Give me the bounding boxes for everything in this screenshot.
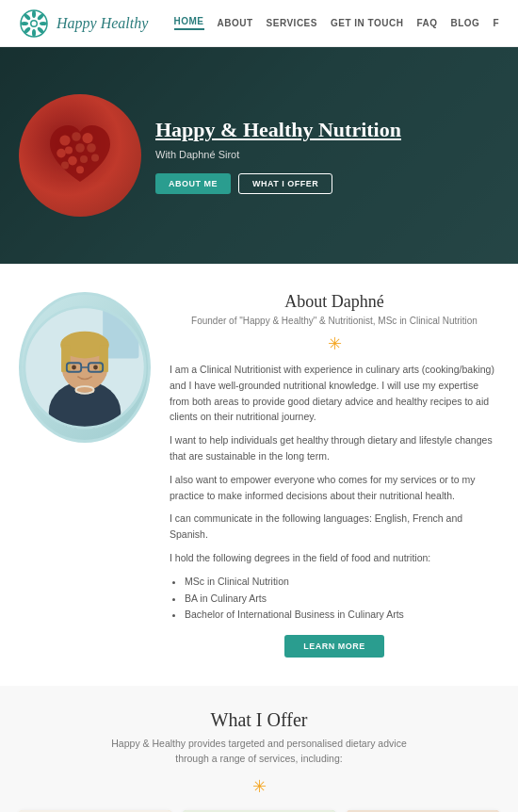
svg-point-11 xyxy=(59,135,70,145)
learn-more-button[interactable]: LEARN MORE xyxy=(284,635,384,658)
svg-point-20 xyxy=(91,154,99,161)
hero-heart-image xyxy=(19,94,141,217)
heart-svg xyxy=(42,118,118,193)
svg-point-12 xyxy=(72,132,81,141)
nav-faq[interactable]: FAQ xyxy=(416,18,437,28)
svg-point-3 xyxy=(21,22,28,25)
about-para-2: I want to help individuals get healthy t… xyxy=(170,432,499,464)
nav-blog[interactable]: BLOG xyxy=(451,18,480,28)
nav-services[interactable]: SERVICES xyxy=(267,18,317,28)
svg-point-17 xyxy=(57,149,66,158)
hero-title: Happy & Healthy Nutrition xyxy=(155,117,401,144)
svg-point-36 xyxy=(72,365,76,370)
hero-subtitle: With Daphné Sirot xyxy=(155,149,401,160)
svg-point-10 xyxy=(32,21,37,25)
degree-1: MSc in Clinical Nutrition xyxy=(185,574,499,591)
facebook-icon[interactable]: f xyxy=(493,18,499,28)
degrees-list: MSc in Clinical Nutrition BA in Culinary… xyxy=(185,574,499,625)
about-section: About Daphné Founder of "Happy & Healthy… xyxy=(0,264,518,686)
about-para-1: I am a Clinical Nutritionist with experi… xyxy=(170,362,499,425)
svg-point-21 xyxy=(76,166,84,173)
svg-point-15 xyxy=(65,146,73,154)
brand-name: Happy Healthy xyxy=(57,15,148,32)
svg-point-16 xyxy=(87,143,96,153)
degree-3: Bachelor of International Business in Cu… xyxy=(185,607,499,624)
hero-buttons: ABOUT ME WHAT I OFFER xyxy=(155,173,401,194)
offer-title: What I Offer xyxy=(19,709,499,731)
about-para-4: I can communicate in the following langu… xyxy=(170,511,499,543)
offer-subtitle: Happy & Healthy provides targeted and pe… xyxy=(99,737,419,767)
about-photo xyxy=(19,292,151,443)
svg-point-13 xyxy=(82,133,92,143)
logo-area[interactable]: Happy Healthy xyxy=(19,8,148,39)
offer-sun-icon: ✳ xyxy=(19,776,499,797)
logo-icon xyxy=(19,8,49,39)
hero-section: Happy & Healthy Nutrition With Daphné Si… xyxy=(0,47,518,264)
svg-point-22 xyxy=(61,161,69,169)
about-subtitle: Founder of "Happy & Healthy" & Nutrition… xyxy=(170,316,499,326)
nav-links: HOME ABOUT SERVICES GET IN TOUCH FAQ BLO… xyxy=(174,16,500,30)
about-title: About Daphné xyxy=(170,292,499,312)
svg-point-1 xyxy=(32,10,36,18)
svg-point-18 xyxy=(80,155,88,163)
svg-point-37 xyxy=(93,365,98,370)
about-para-3: I also want to empower everyone who come… xyxy=(170,472,499,504)
person-portrait-svg xyxy=(22,292,148,443)
about-para-5: I hold the following degrees in the fiel… xyxy=(170,550,499,566)
nav-home[interactable]: HOME xyxy=(174,16,204,30)
what-i-offer-button[interactable]: WHAT I OFFER xyxy=(238,173,332,194)
about-content: About Daphné Founder of "Happy & Healthy… xyxy=(170,292,499,658)
svg-point-2 xyxy=(32,29,36,37)
svg-point-14 xyxy=(75,143,85,153)
navbar: Happy Healthy HOME ABOUT SERVICES GET IN… xyxy=(0,0,518,47)
sun-icon: ✳ xyxy=(170,333,499,354)
nav-contact[interactable]: GET IN TOUCH xyxy=(331,18,403,28)
degree-2: BA in Culinary Arts xyxy=(185,591,499,608)
nav-about[interactable]: ABOUT xyxy=(218,18,253,28)
about-me-button[interactable]: ABOUT ME xyxy=(155,173,231,194)
svg-point-4 xyxy=(40,22,47,25)
svg-point-19 xyxy=(68,156,77,166)
offer-section: What I Offer Happy & Healthy provides ta… xyxy=(0,686,518,812)
hero-content: Happy & Healthy Nutrition With Daphné Si… xyxy=(155,117,401,195)
